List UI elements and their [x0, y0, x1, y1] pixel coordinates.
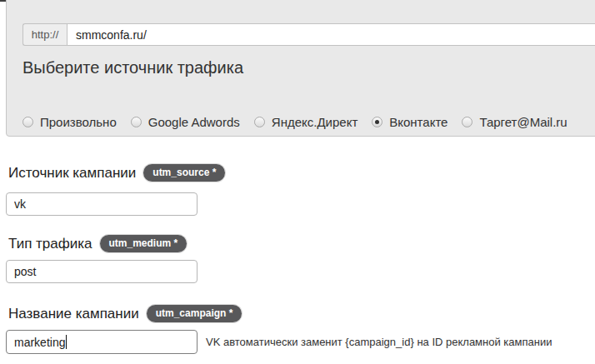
radio-option-vkontakte[interactable]: Вконтакте: [372, 115, 448, 129]
radio-label: Яндекс.Директ: [272, 115, 358, 129]
field-label-text: Название кампании: [8, 306, 139, 322]
radio-icon: [372, 117, 382, 127]
utm-medium-input[interactable]: [6, 260, 198, 283]
radio-icon: [22, 117, 33, 127]
field-label-text: Тип трафика: [8, 236, 92, 252]
utm-source-badge: utm_source *: [143, 164, 225, 182]
utm-source-label: Источник кампании utm_source *: [8, 164, 225, 182]
utm-medium-badge: utm_medium *: [100, 235, 188, 252]
radio-label: Вконтакте: [389, 115, 448, 129]
radio-label: Таргет@Mail.ru: [479, 115, 567, 129]
utm-campaign-input[interactable]: [6, 330, 198, 354]
url-protocol-addon: http://: [22, 23, 67, 46]
radio-icon: [462, 117, 472, 127]
utm-campaign-label: Название кампании utm_campaign *: [8, 305, 242, 322]
radio-label: Google Adwords: [148, 115, 240, 129]
radio-option-google-adwords[interactable]: Google Adwords: [131, 115, 240, 129]
text-cursor: [66, 335, 67, 349]
campaign-id-note: VK автоматически заменит {campaign_id} н…: [206, 336, 552, 348]
radio-icon: [254, 117, 265, 127]
utm-source-input[interactable]: [6, 192, 198, 216]
utm-campaign-badge: utm_campaign *: [147, 305, 242, 322]
radio-label: Произвольно: [40, 115, 117, 129]
url-input-group: http://: [22, 23, 595, 46]
radio-option-yandex-direct[interactable]: Яндекс.Директ: [254, 115, 358, 129]
radio-option-custom[interactable]: Произвольно: [22, 115, 117, 129]
panel-heading: Выберите источник трафика: [22, 58, 243, 77]
url-input[interactable]: [67, 23, 595, 46]
radio-option-target-mail-ru[interactable]: Таргет@Mail.ru: [462, 115, 567, 129]
radio-icon: [131, 117, 142, 127]
traffic-source-options: Произвольно Google Adwords Яндекс.Директ…: [22, 115, 568, 129]
field-label-text: Источник кампании: [8, 165, 136, 182]
utm-medium-label: Тип трафика utm_medium *: [8, 235, 187, 252]
